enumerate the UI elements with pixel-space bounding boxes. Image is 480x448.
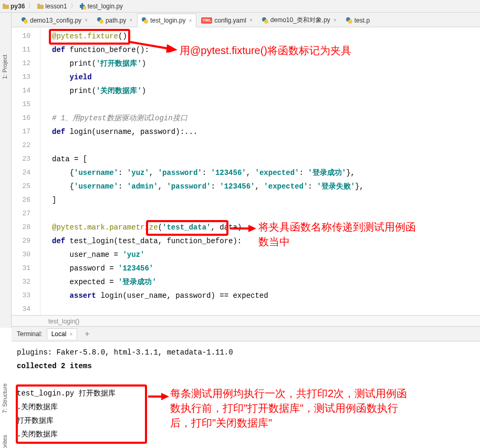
python-icon (346, 17, 352, 24)
code-editor[interactable]: 10 11 12 13 14 15 16 17 22 23 24 25 26 2… (12, 27, 480, 315)
tool-sidebar: 1: Project (0, 13, 12, 328)
chevron-right-icon: 〉 (28, 2, 34, 11)
chevron-right-icon: 〉 (70, 2, 77, 11)
project-tool-tab[interactable]: 1: Project (2, 55, 8, 79)
svg-rect-0 (3, 5, 9, 9)
svg-point-8 (99, 19, 103, 24)
svg-rect-3 (37, 4, 40, 5)
close-icon[interactable]: × (189, 18, 192, 24)
annotation-1: 用@pytest.fixture()将函数标记为夹具 (180, 43, 351, 58)
svg-point-14 (348, 19, 352, 24)
editor-tabbar: demo13_config.py× path.py× test_login.py… (0, 13, 480, 27)
yaml-icon: YML (201, 17, 212, 24)
tab-demo13[interactable]: demo13_config.py× (17, 13, 92, 27)
structure-tool-tab[interactable]: 7: Structure (2, 383, 8, 413)
python-icon (97, 17, 103, 24)
tab-test-cut[interactable]: test.p (341, 13, 374, 27)
svg-rect-4 (83, 6, 86, 9)
breadcrumb-folder[interactable]: lesson1 (37, 3, 67, 10)
breadcrumb: py36 〉 lesson1 〉 test_login.py (0, 0, 480, 13)
folder-icon (37, 4, 44, 9)
svg-rect-2 (37, 5, 44, 9)
close-icon[interactable]: × (129, 17, 132, 23)
tab-path[interactable]: path.py× (92, 13, 137, 27)
close-icon[interactable]: × (69, 331, 72, 337)
favorites-tool-tab[interactable]: vorites (2, 435, 8, 448)
svg-point-10 (144, 19, 148, 24)
terminal-line: plugins: Faker-5.8.0, html-3.1.1, metada… (17, 346, 475, 359)
tab-demo10[interactable]: demo10_类和对象.py× (257, 13, 341, 27)
svg-rect-1 (3, 4, 5, 5)
close-icon[interactable]: × (333, 17, 337, 23)
tab-config-yaml[interactable]: YML config.yaml× (196, 13, 257, 27)
tab-test-login[interactable]: test_login.py× (137, 14, 196, 27)
annotation-3: 每条测试用例均执行一次，共打印2次，测试用例函 数执行前，打印"打开数据库"，测… (170, 386, 407, 430)
close-icon[interactable]: × (85, 17, 88, 23)
python-icon (142, 17, 148, 24)
code-crumb[interactable]: test_login() (12, 315, 480, 327)
annotation-2: 将夹具函数名称传递到测试用例函 数当中 (258, 220, 416, 249)
python-icon (262, 17, 268, 24)
python-icon (80, 3, 86, 9)
terminal-tab-local[interactable]: Local× (47, 328, 78, 339)
terminal-label: Terminal: (17, 330, 43, 338)
gutter: 10 11 12 13 14 15 16 17 22 23 24 25 26 2… (12, 27, 40, 315)
svg-point-6 (24, 19, 28, 24)
close-icon[interactable]: × (249, 17, 253, 23)
add-terminal-button[interactable]: + (81, 329, 92, 339)
folder-icon (3, 4, 9, 9)
svg-point-12 (264, 19, 268, 24)
breadcrumb-file[interactable]: test_login.py (80, 3, 123, 10)
terminal-tabbar: Terminal: Local× + (12, 327, 480, 341)
python-icon (22, 17, 28, 24)
terminal-line: collected 2 items (17, 359, 475, 373)
breadcrumb-root[interactable]: py36 (3, 3, 25, 10)
code-body[interactable]: @pytest.fixture() def function_before():… (40, 27, 480, 315)
